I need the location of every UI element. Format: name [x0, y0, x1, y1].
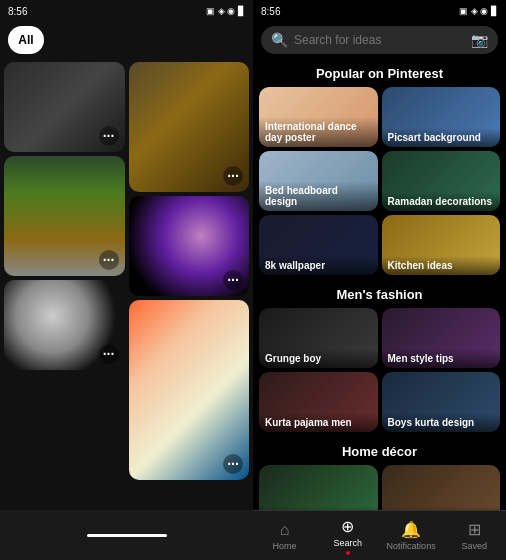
nav-saved-label: Saved: [462, 541, 488, 551]
pin-label-men-style: Men style tips: [382, 349, 501, 368]
home-indicator: [87, 534, 167, 537]
pin-bed[interactable]: Bed headboard design: [259, 151, 378, 211]
search-active-indicator: [346, 551, 350, 555]
dots-menu-bike[interactable]: ···: [99, 126, 119, 146]
pin-boys-kurta[interactable]: Boys kurta design: [382, 372, 501, 432]
scroll-content[interactable]: Popular on Pinterest International dance…: [253, 58, 506, 510]
home-icon: ⌂: [280, 521, 290, 539]
dots-menu-colorful[interactable]: ···: [223, 454, 243, 474]
masonry-col-1: ··· ··· ···: [4, 62, 125, 506]
pin-full[interactable]: Full hd wallpaper: [382, 465, 501, 510]
nav-notifications[interactable]: 🔔 Notifications: [380, 520, 443, 551]
pin-8k[interactable]: 8k wallpaper: [259, 215, 378, 275]
dots-menu-planet[interactable]: ···: [223, 270, 243, 290]
all-button[interactable]: All: [8, 26, 44, 54]
pin-label-picsart: Picsart background: [382, 128, 501, 147]
section-mens-fashion: Men's fashion Grunge boy Men style tips …: [253, 279, 506, 436]
image-planet[interactable]: ···: [129, 196, 250, 296]
image-tree[interactable]: ···: [4, 156, 125, 276]
image-bike[interactable]: ···: [4, 62, 125, 152]
camera-icon[interactable]: 📷: [471, 32, 488, 48]
pin-label-grunge: Grunge boy: [259, 349, 378, 368]
dots-menu-moon[interactable]: ···: [99, 344, 119, 364]
right-status-bar: 8:56 ▣ ◈ ◉ ▊: [253, 0, 506, 22]
right-time: 8:56: [261, 6, 280, 17]
image-wheel[interactable]: ···: [129, 62, 250, 192]
pin-kurta[interactable]: Kurta pajama men: [259, 372, 378, 432]
nav-search-label: Search: [334, 538, 363, 548]
pin-label-ramadan: Ramadan decorations: [382, 192, 501, 211]
pin-label-full: Full hd wallpaper: [382, 506, 501, 510]
notifications-icon: 🔔: [401, 520, 421, 539]
section-popular: Popular on Pinterest International dance…: [253, 58, 506, 279]
left-status-icons: ▣ ◈ ◉ ▊: [206, 6, 245, 16]
saved-icon: ⊞: [468, 520, 481, 539]
pin-grunge[interactable]: Grunge boy: [259, 308, 378, 368]
search-nav-icon: ⊕: [341, 517, 354, 536]
section-title-popular: Popular on Pinterest: [253, 58, 506, 87]
search-input[interactable]: [294, 33, 465, 47]
nav-home[interactable]: ⌂ Home: [253, 521, 316, 551]
left-bottom-nav: [0, 510, 253, 560]
search-icon: 🔍: [271, 32, 288, 48]
bottom-nav: ⌂ Home ⊕ Search 🔔 Notifications ⊞ Saved: [253, 510, 506, 560]
pin-grid-mens: Grunge boy Men style tips Kurta pajama m…: [253, 308, 506, 436]
pin-label-8k: 8k wallpaper: [259, 256, 378, 275]
pin-label-bed: Bed headboard design: [259, 181, 378, 211]
nav-search[interactable]: ⊕ Search: [316, 517, 379, 555]
section-title-mens: Men's fashion: [253, 279, 506, 308]
section-title-home: Home décor: [253, 436, 506, 465]
nav-home-label: Home: [273, 541, 297, 551]
section-home-decor: Home décor Best wallpapers hd Full hd wa…: [253, 436, 506, 510]
pin-grid-popular: International dance day poster Picsart b…: [253, 87, 506, 279]
masonry-col-2: ··· ··· ···: [129, 62, 250, 506]
pin-ramadan[interactable]: Ramadan decorations: [382, 151, 501, 211]
right-status-icons: ▣ ◈ ◉ ▊: [459, 6, 498, 16]
pin-kitchen[interactable]: Kitchen ideas: [382, 215, 501, 275]
pin-label-kitchen: Kitchen ideas: [382, 256, 501, 275]
pin-label-dance: International dance day poster: [259, 117, 378, 147]
pin-label-wallpapers: Best wallpapers hd: [259, 506, 378, 510]
image-moon[interactable]: ···: [4, 280, 125, 370]
pin-wallpapers[interactable]: Best wallpapers hd: [259, 465, 378, 510]
pin-picsart[interactable]: Picsart background: [382, 87, 501, 147]
dots-menu-wheel[interactable]: ···: [223, 166, 243, 186]
image-colorful[interactable]: ···: [129, 300, 250, 480]
pin-label-kurta: Kurta pajama men: [259, 413, 378, 432]
left-time: 8:56: [8, 6, 27, 17]
right-panel: 8:56 ▣ ◈ ◉ ▊ 🔍 📷 Popular on Pinterest In…: [253, 0, 506, 560]
nav-saved[interactable]: ⊞ Saved: [443, 520, 506, 551]
pin-label-boys-kurta: Boys kurta design: [382, 413, 501, 432]
pin-grid-home: Best wallpapers hd Full hd wallpaper: [253, 465, 506, 510]
pin-dance[interactable]: International dance day poster: [259, 87, 378, 147]
search-bar[interactable]: 🔍 📷: [261, 26, 498, 54]
dots-menu-tree[interactable]: ···: [99, 250, 119, 270]
pin-men-style[interactable]: Men style tips: [382, 308, 501, 368]
left-panel: 8:56 ▣ ◈ ◉ ▊ All ··· ··· ··· ··· ···: [0, 0, 253, 560]
masonry-grid: ··· ··· ··· ··· ··· ···: [0, 58, 253, 510]
nav-notifications-label: Notifications: [387, 541, 436, 551]
left-status-bar: 8:56 ▣ ◈ ◉ ▊: [0, 0, 253, 22]
